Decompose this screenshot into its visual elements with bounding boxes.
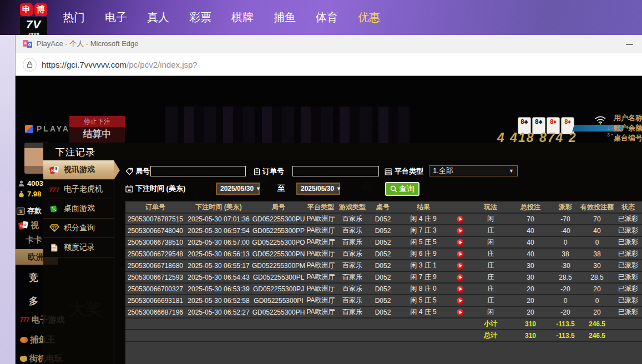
nav-item-3[interactable]: 彩票: [188, 10, 213, 25]
empty-cell: [252, 330, 305, 341]
cell: GD052255300PM: [252, 260, 305, 271]
replay-icon[interactable]: [457, 274, 464, 281]
cell: 250530066700327: [125, 283, 185, 295]
browser-urlbar[interactable]: https://gci.7vvvvvv.com/pc/pcv2/index.js…: [16, 53, 642, 76]
cell: 250530066748040: [125, 225, 185, 236]
nav-item-2[interactable]: 真人: [145, 10, 171, 25]
empty-cell: [368, 318, 397, 330]
site-logo[interactable]: 申 博 7V .com: [20, 3, 49, 36]
video-curtain-backdrop: [165, 107, 410, 143]
url-host: https://gci.7vvvvvv.com: [42, 60, 127, 69]
cell: 百家乐: [336, 213, 368, 225]
video-games-row[interactable]: K9 视: [19, 220, 39, 231]
site-info-button[interactable]: [23, 58, 37, 72]
table-row: 2505300666871962025-05-30 06:52:27GD0522…: [125, 306, 642, 318]
replay-icon[interactable]: [457, 262, 464, 270]
cell: 闲: [471, 306, 510, 318]
replay-cell: [449, 283, 471, 295]
bet-records-panel: 下注记录 K9视讯游戏777电子老虎机桌面游戏积分查询额度记录 局号: [43, 143, 642, 364]
cell: 2025-05-30 07:01:36: [185, 213, 252, 225]
replay-icon[interactable]: [457, 297, 464, 305]
round-number-input[interactable]: [150, 166, 246, 176]
cell: GD052255300PH: [252, 306, 305, 318]
cell: 0: [550, 295, 580, 306]
cell: 250530066693181: [125, 295, 185, 306]
replay-icon[interactable]: [457, 216, 464, 223]
nav-item-7[interactable]: 优惠: [356, 10, 382, 25]
cell: 已派彩: [614, 248, 642, 260]
gem-icon: [49, 224, 59, 233]
nav-item-4[interactable]: 棋牌: [230, 10, 255, 25]
replay-cell: [449, 271, 471, 283]
replay-icon[interactable]: [457, 251, 464, 258]
tab-积分查询[interactable]: 积分查询: [43, 219, 114, 238]
cell: 百家乐: [336, 283, 368, 295]
empty-cell: [336, 330, 368, 341]
platform-type-select[interactable]: 1.全部 ▼: [429, 165, 518, 176]
empty-cell: [125, 330, 185, 341]
tab-电子老虎机[interactable]: 777电子老虎机: [43, 180, 114, 199]
replay-icon[interactable]: [457, 239, 464, 246]
cell: 闲: [471, 213, 510, 225]
cell: 庄: [471, 225, 510, 236]
sidebar-item-card[interactable]: 卡卡: [26, 235, 42, 245]
panel-content: 局号 订单号: [115, 160, 642, 364]
column-header: 总投注: [510, 201, 550, 213]
cell: 28.5: [550, 271, 580, 283]
tab-额度记录[interactable]: 额度记录: [43, 238, 114, 257]
nav-item-5[interactable]: 捕鱼: [272, 10, 297, 25]
sidebar-item-multi[interactable]: 多: [29, 295, 38, 307]
empty-cell: [368, 330, 397, 341]
cell: 已派彩: [614, 213, 642, 225]
deposit-row[interactable]: $ 存款: [17, 206, 42, 216]
order-filter-label: 订单号: [254, 166, 284, 176]
cell: D052: [368, 225, 397, 236]
sidebar-item-sport[interactable]: 竞: [29, 271, 38, 284]
panel-title: 下注记录: [55, 146, 95, 159]
order-number-input[interactable]: [292, 166, 379, 176]
arcade-icon: [20, 356, 27, 362]
list-icon: [385, 168, 392, 175]
minimize-button[interactable]: [626, 44, 633, 45]
tab-视讯游戏[interactable]: K9视讯游戏: [43, 160, 114, 180]
tab-label: 视讯游戏: [64, 165, 95, 175]
column-header: 游戏类型: [336, 201, 368, 213]
search-icon: [390, 185, 397, 193]
nav-item-1[interactable]: 电子: [103, 10, 129, 25]
cell: 2025-05-30 06:53:39: [185, 283, 252, 295]
cell: 2025-05-30 06:52:58: [185, 295, 252, 306]
replay-icon[interactable]: [457, 228, 464, 235]
cell: 250530066729548: [125, 248, 185, 260]
cell: 20: [510, 295, 550, 306]
cell: D052: [368, 213, 397, 225]
replay-icon[interactable]: [457, 286, 464, 293]
cell: 28.5: [580, 271, 614, 283]
search-button[interactable]: 查询: [385, 182, 419, 196]
url-text[interactable]: https://gci.7vvvvvv.com/pc/pcv2/index.js…: [42, 60, 198, 69]
cell: 已派彩: [614, 225, 642, 236]
nav-item-0[interactable]: 热门: [61, 10, 87, 25]
document-icon: [49, 243, 59, 252]
tab-桌面游戏[interactable]: 桌面游戏: [43, 199, 114, 219]
empty-cell: [252, 318, 305, 330]
cell: PA欧洲厅: [305, 271, 336, 283]
replay-icon[interactable]: [457, 309, 464, 316]
platform-filter-label: 平台类型: [385, 166, 423, 176]
nav-item-6[interactable]: 体育: [314, 10, 340, 25]
cell: 百家乐: [336, 248, 368, 260]
subtotal-row: 小计310-113.5246.5: [125, 318, 642, 330]
cell: 庄: [471, 271, 510, 283]
cell: 2025-05-30 06:56:13: [185, 248, 252, 260]
replay-cell: [449, 213, 471, 225]
date-to-select[interactable]: 2025/05/30 ▼: [296, 183, 340, 195]
cell: 百家乐: [336, 260, 368, 271]
cell: 2025-05-30 06:54:43: [185, 271, 252, 283]
money-bag-icon: [18, 190, 25, 198]
date-from-select[interactable]: 2025/05/30 ▼: [216, 183, 260, 195]
cell: 40: [580, 225, 614, 236]
cell: 已派彩: [614, 295, 642, 306]
account-labels: 用户名称 账户余额 桌台编号: [614, 113, 642, 143]
logo-badge-shen: 申: [20, 3, 33, 16]
logo-badges: 申 博: [20, 3, 49, 16]
cards-icon: K9: [49, 165, 59, 175]
